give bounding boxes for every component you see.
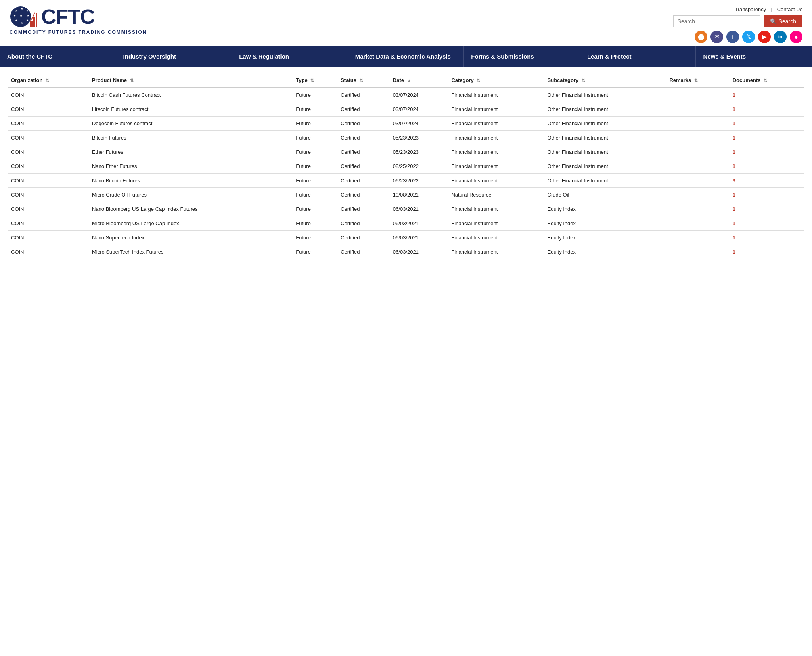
sort-arrows-category: ⇅ bbox=[477, 78, 480, 83]
cell-organization: COIN bbox=[8, 145, 89, 159]
sort-arrows-type: ⇅ bbox=[310, 78, 314, 83]
document-link[interactable]: 1 bbox=[733, 220, 735, 226]
cell-subcategory: Equity Index bbox=[544, 245, 666, 259]
nav-news[interactable]: News & Events bbox=[696, 46, 812, 67]
facebook-icon[interactable]: f bbox=[726, 31, 739, 43]
cell-category: Financial Instrument bbox=[448, 216, 544, 230]
cell-documents[interactable]: 1 bbox=[730, 245, 804, 259]
cell-documents[interactable]: 1 bbox=[730, 102, 804, 116]
flickr-icon[interactable]: ● bbox=[790, 31, 802, 43]
cell-remarks bbox=[666, 187, 729, 202]
col-product-name[interactable]: Product Name ⇅ bbox=[89, 73, 293, 88]
cell-type: Future bbox=[293, 130, 337, 145]
col-subcategory[interactable]: Subcategory ⇅ bbox=[544, 73, 666, 88]
svg-text:★: ★ bbox=[13, 14, 16, 17]
cell-remarks bbox=[666, 230, 729, 245]
table-row: COINNano Ether FuturesFutureCertified08/… bbox=[8, 159, 804, 173]
table-row: COINLitecoin Futures contractFutureCerti… bbox=[8, 102, 804, 116]
site-header: ★ ★ ★ ★ ★ ★ ★ ★ ★ CFTC COMMODITY FU bbox=[0, 0, 812, 46]
col-status[interactable]: Status ⇅ bbox=[337, 73, 390, 88]
cell-documents[interactable]: 1 bbox=[730, 159, 804, 173]
main-nav: About the CFTC Industry Oversight Law & … bbox=[0, 46, 812, 67]
cell-documents[interactable]: 1 bbox=[730, 187, 804, 202]
col-type[interactable]: Type ⇅ bbox=[293, 73, 337, 88]
svg-text:★: ★ bbox=[15, 10, 17, 12]
cell-organization: COIN bbox=[8, 159, 89, 173]
cell-documents[interactable]: 1 bbox=[730, 230, 804, 245]
cell-type: Future bbox=[293, 173, 337, 187]
cell-remarks bbox=[666, 116, 729, 130]
svg-rect-10 bbox=[30, 21, 33, 27]
cell-product-name: Nano Bitcoin Futures bbox=[89, 173, 293, 187]
sort-arrows-remarks: ⇅ bbox=[694, 78, 698, 83]
linkedin-icon[interactable]: in bbox=[774, 31, 787, 43]
cell-remarks bbox=[666, 216, 729, 230]
cell-category: Financial Instrument bbox=[448, 130, 544, 145]
svg-rect-12 bbox=[36, 13, 37, 27]
document-link[interactable]: 1 bbox=[733, 249, 735, 255]
cell-remarks bbox=[666, 159, 729, 173]
nav-industry[interactable]: Industry Oversight bbox=[116, 46, 232, 67]
cell-product-name: Nano SuperTech Index bbox=[89, 230, 293, 245]
rss-icon[interactable]: ⬤ bbox=[695, 31, 707, 43]
table-row: COINNano SuperTech IndexFutureCertified0… bbox=[8, 230, 804, 245]
col-date[interactable]: Date ▲ bbox=[390, 73, 448, 88]
col-documents[interactable]: Documents ⇅ bbox=[730, 73, 804, 88]
col-category[interactable]: Category ⇅ bbox=[448, 73, 544, 88]
cell-category: Financial Instrument bbox=[448, 88, 544, 102]
cell-date: 03/07/2024 bbox=[390, 116, 448, 130]
social-icons: ⬤ ✉ f 𝕏 ▶ in ● bbox=[695, 31, 802, 43]
document-link[interactable]: 1 bbox=[733, 235, 735, 241]
cell-date: 03/07/2024 bbox=[390, 102, 448, 116]
cell-status: Certified bbox=[337, 130, 390, 145]
search-input[interactable] bbox=[673, 15, 760, 27]
col-organization[interactable]: Organization ⇅ bbox=[8, 73, 89, 88]
cell-documents[interactable]: 1 bbox=[730, 216, 804, 230]
document-link[interactable]: 1 bbox=[733, 163, 735, 169]
document-link[interactable]: 1 bbox=[733, 120, 735, 126]
cell-documents[interactable]: 1 bbox=[730, 202, 804, 216]
search-button[interactable]: 🔍 Search bbox=[764, 15, 802, 27]
cell-documents[interactable]: 3 bbox=[730, 173, 804, 187]
cell-type: Future bbox=[293, 202, 337, 216]
document-link[interactable]: 1 bbox=[733, 106, 735, 112]
document-link[interactable]: 3 bbox=[733, 178, 735, 184]
document-link[interactable]: 1 bbox=[733, 149, 735, 155]
cell-documents[interactable]: 1 bbox=[730, 88, 804, 102]
sort-arrows-organization: ⇅ bbox=[46, 78, 49, 83]
document-link[interactable]: 1 bbox=[733, 206, 735, 212]
cell-date: 05/23/2023 bbox=[390, 130, 448, 145]
twitter-icon[interactable]: 𝕏 bbox=[742, 31, 755, 43]
cell-type: Future bbox=[293, 216, 337, 230]
nav-learn[interactable]: Learn & Protect bbox=[580, 46, 696, 67]
cell-status: Certified bbox=[337, 187, 390, 202]
cell-organization: COIN bbox=[8, 88, 89, 102]
col-remarks[interactable]: Remarks ⇅ bbox=[666, 73, 729, 88]
nav-law[interactable]: Law & Regulation bbox=[232, 46, 348, 67]
cell-remarks bbox=[666, 102, 729, 116]
table-row: COINNano Bloomberg US Large Cap Index Fu… bbox=[8, 202, 804, 216]
transparency-link[interactable]: Transparency bbox=[735, 6, 766, 12]
document-link[interactable]: 1 bbox=[733, 135, 735, 141]
contact-link[interactable]: Contact Us bbox=[777, 6, 802, 12]
nav-about[interactable]: About the CFTC bbox=[0, 46, 116, 67]
cell-documents[interactable]: 1 bbox=[730, 145, 804, 159]
header-right: Transparency | Contact Us 🔍 Search ⬤ ✉ f… bbox=[673, 5, 802, 43]
nav-market[interactable]: Market Data & Economic Analysis bbox=[348, 46, 464, 67]
search-icon: 🔍 bbox=[770, 18, 777, 25]
cell-status: Certified bbox=[337, 230, 390, 245]
email-icon[interactable]: ✉ bbox=[710, 31, 723, 43]
document-link[interactable]: 1 bbox=[733, 92, 735, 98]
cell-subcategory: Other Financial Instrument bbox=[544, 102, 666, 116]
table-row: COINMicro Bloomberg US Large Cap IndexFu… bbox=[8, 216, 804, 230]
table-body: COINBitcoin Cash Futures ContractFutureC… bbox=[8, 88, 804, 259]
cell-documents[interactable]: 1 bbox=[730, 130, 804, 145]
cell-date: 03/07/2024 bbox=[390, 88, 448, 102]
cell-remarks bbox=[666, 202, 729, 216]
cell-category: Financial Instrument bbox=[448, 145, 544, 159]
youtube-icon[interactable]: ▶ bbox=[758, 31, 771, 43]
document-link[interactable]: 1 bbox=[733, 192, 735, 198]
nav-forms[interactable]: Forms & Submissions bbox=[464, 46, 580, 67]
cell-documents[interactable]: 1 bbox=[730, 116, 804, 130]
cell-category: Financial Instrument bbox=[448, 159, 544, 173]
